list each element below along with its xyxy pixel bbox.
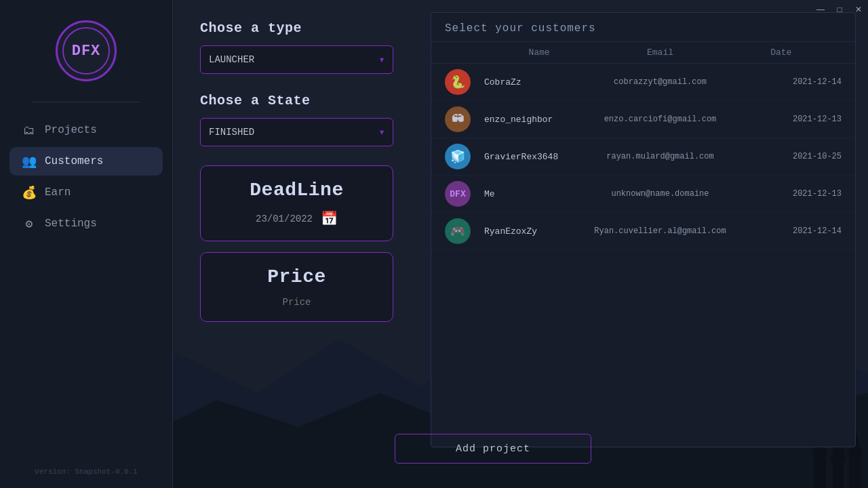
add-project-button[interactable]: Add project: [395, 434, 591, 464]
deadline-row: 23/01/2022 📅: [214, 210, 379, 227]
table-row[interactable]: 🐍 CobraZz cobrazzyt@gmail.com 2021-12-14: [431, 64, 855, 101]
customers-icon: 👥: [22, 154, 37, 169]
earn-icon: 💰: [22, 185, 37, 200]
avatar: 🕶: [445, 106, 471, 132]
version-label: Version: Snapshot-0.0.1: [0, 468, 172, 476]
type-select[interactable]: LAUNCHER WEB MOBILE DESKTOP: [200, 45, 393, 74]
customer-date: 2021-12-14: [721, 77, 842, 87]
sidebar-divider: [32, 102, 140, 102]
form-panel: Chose a type LAUNCHER WEB MOBILE DESKTOP…: [173, 0, 431, 488]
table-row[interactable]: DFX Me unknown@name.domaine 2021-12-13: [431, 176, 855, 213]
sidebar-item-customers[interactable]: 👥 Customers: [9, 147, 163, 176]
customer-name: RyanEzoxZy: [479, 226, 594, 237]
minimize-button[interactable]: —: [811, 0, 830, 19]
avatar: 🎮: [445, 218, 471, 244]
table-header: Name Email Date: [431, 42, 855, 64]
logo: DFX: [62, 27, 110, 75]
projects-icon: 🗂: [22, 123, 37, 138]
col-email: Email: [599, 47, 720, 58]
logo-container: DFX: [56, 20, 117, 81]
customer-email: Ryan.cuvellier.al@gmail.com: [594, 226, 726, 236]
customer-email: cobrazzyt@gmail.com: [599, 77, 720, 87]
sidebar-item-earn-label: Earn: [45, 186, 71, 199]
table-row[interactable]: 🧊 GravierRex3648 rayan.mulard@gmail.com …: [431, 138, 855, 176]
calendar-icon[interactable]: 📅: [321, 210, 338, 227]
close-button[interactable]: ✕: [849, 0, 868, 19]
avatar: DFX: [445, 181, 471, 207]
window-titlebar: — □ ✕: [811, 0, 868, 19]
customer-date: 2021-12-13: [721, 189, 842, 199]
customer-email: unknown@name.domaine: [599, 189, 720, 199]
nav-list: 🗂 Projects 👥 Customers 💰 Earn ⚙ Settings: [0, 116, 172, 238]
chose-state-title: Chose a State: [200, 93, 410, 108]
customer-name: enzo_neighbor: [479, 115, 599, 125]
main-content: Chose a type LAUNCHER WEB MOBILE DESKTOP…: [173, 0, 868, 488]
table-row[interactable]: 🕶 enzo_neighbor enzo.carciofi@gmail.com …: [431, 101, 855, 138]
customer-email: enzo.carciofi@gmail.com: [599, 115, 720, 124]
table-row[interactable]: 🎮 RyanEzoxZy Ryan.cuvellier.al@gmail.com…: [431, 213, 855, 250]
customer-name: Me: [479, 189, 599, 199]
deadline-card: DeadLine 23/01/2022 📅: [200, 165, 393, 241]
maximize-button[interactable]: □: [830, 0, 849, 19]
price-title: Price: [267, 266, 326, 287]
settings-icon: ⚙: [22, 216, 37, 231]
customers-panel: Select your customers Name Email Date 🐍 …: [431, 12, 856, 447]
customers-panel-title: Select your customers: [431, 13, 855, 42]
sidebar-item-settings-label: Settings: [45, 218, 97, 230]
price-input[interactable]: [214, 297, 379, 308]
col-date: Date: [721, 47, 842, 58]
type-select-wrapper: LAUNCHER WEB MOBILE DESKTOP: [200, 45, 393, 74]
deadline-title: DeadLine: [250, 180, 343, 201]
avatar: 🧊: [445, 144, 471, 169]
customer-date: 2021-10-25: [721, 152, 842, 161]
sidebar-item-earn[interactable]: 💰 Earn: [9, 178, 163, 207]
sidebar-item-projects-label: Projects: [45, 124, 97, 136]
customer-date: 2021-12-13: [721, 115, 842, 124]
avatar: 🐍: [445, 69, 471, 95]
state-select-wrapper: FINISHED IN PROGRESS PENDING CANCELLED: [200, 118, 393, 146]
customer-date: 2021-12-14: [726, 226, 842, 236]
price-card: Price: [200, 252, 393, 322]
col-name: Name: [479, 47, 599, 58]
sidebar-item-settings[interactable]: ⚙ Settings: [9, 209, 163, 238]
customer-email: rayan.mulard@gmail.com: [599, 152, 720, 161]
sidebar-item-customers-label: Customers: [45, 155, 103, 167]
chose-type-title: Chose a type: [200, 20, 410, 36]
customer-name: CobraZz: [479, 77, 599, 87]
deadline-value: 23/01/2022: [256, 214, 313, 224]
sidebar: DFX 🗂 Projects 👥 Customers 💰 Earn ⚙ Sett…: [0, 0, 173, 488]
col-avatar: [445, 47, 479, 58]
state-select[interactable]: FINISHED IN PROGRESS PENDING CANCELLED: [200, 118, 393, 146]
customers-table: 🐍 CobraZz cobrazzyt@gmail.com 2021-12-14…: [431, 64, 855, 447]
customer-name: GravierRex3648: [479, 152, 599, 162]
sidebar-item-projects[interactable]: 🗂 Projects: [9, 116, 163, 144]
